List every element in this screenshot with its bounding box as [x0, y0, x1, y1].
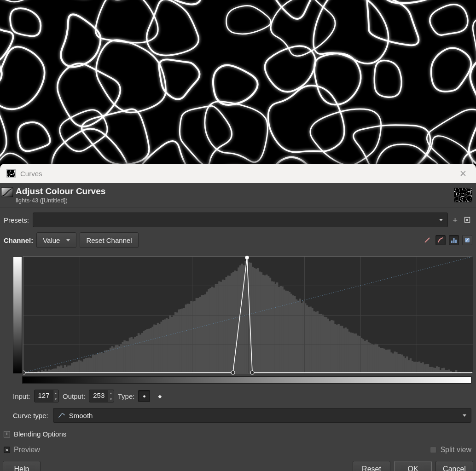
blending-options-expander[interactable]: + Blending Options: [4, 430, 476, 438]
input-spin-buttons: ▴ ▾: [53, 390, 59, 402]
curve-editor: [0, 256, 476, 384]
expander-plus-icon: +: [4, 431, 10, 437]
image-canvas: [0, 0, 476, 164]
input-spinbox[interactable]: 127 ▴ ▾: [34, 390, 59, 402]
corner-point-button[interactable]: ◆: [154, 390, 166, 402]
input-value: 127: [35, 390, 53, 402]
dialog-titlebar[interactable]: Curves ✕: [0, 164, 476, 183]
channel-row: Channel: Value Reset Channel: [0, 231, 476, 253]
curve-type-label: Curve type:: [13, 412, 48, 419]
split-view-group: Split view: [430, 446, 471, 454]
header-text: Adjust Colour Curves lights-43 ([Untitle…: [16, 186, 105, 204]
spin-down-icon[interactable]: ▾: [108, 396, 114, 402]
window-icon: [6, 169, 16, 178]
linear-light-toggle[interactable]: [422, 235, 432, 245]
add-preset-button[interactable]: +: [452, 216, 459, 224]
image-thumbnail: [454, 188, 472, 202]
input-label: Input:: [13, 392, 30, 400]
curve-plot-area[interactable]: [23, 256, 471, 373]
manage-presets-button[interactable]: [462, 215, 472, 225]
output-spin-buttons: ▴ ▾: [108, 390, 114, 402]
type-label: Type:: [118, 392, 135, 400]
output-spinbox[interactable]: 253 ▴ ▾: [89, 390, 114, 402]
input-gradient-strip: [22, 376, 471, 384]
chevron-down-icon: [66, 239, 70, 241]
reset-button[interactable]: Reset: [353, 461, 390, 471]
histogram-log-scale-toggle[interactable]: [462, 235, 472, 245]
channel-label: Channel:: [4, 236, 33, 244]
presets-row: Presets: +: [0, 207, 476, 231]
smooth-curve-icon: [58, 413, 65, 418]
close-icon[interactable]: ✕: [457, 169, 470, 178]
preview-row: ✕ Preview Split view: [4, 446, 471, 454]
curves-tool-icon: [1, 187, 13, 197]
output-label: Output:: [63, 392, 85, 400]
curve-type-select[interactable]: Smooth: [53, 408, 471, 423]
dialog-header: Adjust Colour Curves lights-43 ([Untitle…: [0, 183, 476, 207]
output-gradient-strip: [13, 256, 22, 373]
presets-combobox[interactable]: [33, 213, 448, 227]
gimp-window: Curves ✕ Adjust Colour Curves lights-43 …: [0, 0, 476, 471]
spin-up-icon[interactable]: ▴: [53, 390, 59, 396]
point-settings-row: Input: 127 ▴ ▾ Output: 253 ▴ ▾ Type: ●: [13, 390, 471, 402]
split-view-checkbox[interactable]: [430, 447, 436, 453]
curves-dialog: Curves ✕ Adjust Colour Curves lights-43 …: [0, 164, 476, 471]
preview-label: Preview: [14, 446, 40, 454]
cancel-button[interactable]: Cancel: [435, 461, 473, 471]
curve-canvas[interactable]: [23, 255, 473, 375]
channel-select[interactable]: Value: [36, 232, 76, 248]
curve-type-value: Smooth: [69, 412, 93, 419]
presets-label: Presets:: [4, 216, 29, 224]
output-value: 253: [89, 390, 108, 402]
page-title: Adjust Colour Curves: [16, 186, 105, 196]
curve-type-row: Curve type: Smooth: [13, 408, 471, 423]
layer-subtitle: lights-43 ([Untitled]): [16, 197, 105, 204]
spin-down-icon[interactable]: ▾: [53, 396, 59, 402]
smooth-point-button[interactable]: ●: [138, 390, 150, 402]
dialog-footer: Help Reset OK Cancel: [3, 461, 473, 471]
reset-channel-button[interactable]: Reset Channel: [80, 232, 138, 248]
preview-checkbox[interactable]: ✕: [4, 447, 10, 453]
split-view-label: Split view: [440, 446, 471, 454]
spin-up-icon[interactable]: ▴: [108, 390, 114, 396]
ok-button[interactable]: OK: [394, 461, 432, 471]
smooth-point-icon: ●: [143, 393, 146, 399]
channel-value: Value: [43, 236, 60, 244]
blending-options-label: Blending Options: [14, 430, 66, 438]
chevron-down-icon: [439, 219, 443, 221]
help-button[interactable]: Help: [3, 461, 41, 471]
corner-point-icon: ◆: [158, 394, 162, 399]
window-title: Curves: [20, 170, 42, 178]
histogram-linear-scale-toggle[interactable]: [449, 235, 459, 245]
chevron-down-icon: [463, 414, 466, 417]
perceptual-light-toggle[interactable]: [435, 235, 446, 245]
